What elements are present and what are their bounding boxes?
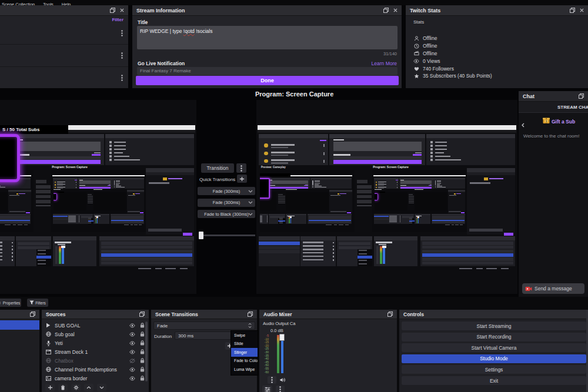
close-icon[interactable] [393, 8, 397, 12]
mini-done-button [333, 160, 422, 164]
golive-input[interactable]: Final Fantasy 7 Remake [137, 67, 397, 75]
quick-transition-button[interactable]: Fade (300ms) [198, 199, 255, 207]
bottom-dock-area: Properties Filters Sources SUB GOALSub g… [0, 297, 588, 392]
source-row[interactable]: Channel Point Redemptions [45, 365, 145, 374]
transition-select[interactable]: Fade [153, 321, 255, 330]
move-source-up-button[interactable] [84, 384, 93, 391]
lock-icon[interactable] [139, 358, 145, 363]
eye-icon[interactable] [129, 367, 136, 372]
transition-menu-item[interactable]: Fade to Color [231, 357, 258, 366]
add-source-button[interactable] [45, 384, 55, 391]
mini-activity-subtext [378, 185, 384, 186]
volume-slider-handle[interactable] [279, 334, 285, 341]
recursive-screen-capture: Preview: GameplayProgram: Screen Capture [258, 125, 516, 276]
eye-icon[interactable] [129, 376, 136, 381]
mini-stat-text [116, 185, 119, 185]
done-button[interactable]: Done [136, 76, 399, 85]
remove-source-button[interactable] [58, 384, 68, 391]
transition-menu-button[interactable] [236, 163, 246, 173]
mini-source-eye [400, 217, 400, 217]
source-row[interactable]: camera border [45, 374, 145, 383]
chat-back-button[interactable] [522, 119, 524, 130]
program-pane[interactable]: Preview: GameplayProgram: Screen Capture [256, 100, 517, 294]
filter-link[interactable]: Filter [112, 17, 123, 22]
eye-icon[interactable] [129, 350, 136, 354]
tab-properties[interactable]: Properties [0, 299, 21, 307]
learn-more-link[interactable]: Learn More [372, 61, 397, 66]
tbar-track[interactable] [199, 234, 255, 236]
tab-filters[interactable]: Filters [27, 299, 48, 307]
eye-slash-icon[interactable] [129, 359, 136, 363]
start-virtual-camera-button[interactable]: Start Virtual Camera [402, 343, 586, 352]
popout-icon[interactable] [570, 8, 575, 13]
close-icon[interactable] [580, 8, 584, 12]
mini-stat-text [116, 187, 125, 187]
mini-kebab [323, 160, 325, 163]
source-row[interactable]: Yeti [45, 339, 145, 347]
studio-mode-button[interactable]: Studio Mode [402, 354, 586, 363]
start-streaming-button[interactable]: Start Streaming [402, 321, 586, 330]
mini-stat-text [435, 152, 444, 153]
mini-field-label [333, 154, 350, 155]
exit-button[interactable]: Exit [402, 376, 586, 385]
popout-icon[interactable] [579, 93, 584, 99]
add-quick-transition-button[interactable] [237, 175, 247, 183]
popout-icon[interactable] [30, 311, 35, 317]
transition-menu-item[interactable]: Slide [231, 340, 258, 349]
transition-menu-item[interactable]: Swipe [231, 331, 258, 340]
video-camera-icon [525, 286, 532, 292]
lock-icon[interactable] [139, 340, 145, 346]
advanced-audio-button[interactable] [262, 386, 272, 392]
popout-icon[interactable] [248, 311, 253, 317]
mini-camera-border-overlay [260, 178, 270, 199]
stream-title-textarea[interactable]: RIP WEDGE | type !qotd !socials [137, 26, 397, 49]
lock-icon[interactable] [139, 376, 145, 381]
activity-feed-row[interactable] [0, 45, 128, 67]
source-row[interactable]: Stream Deck 1 [45, 347, 145, 356]
lock-icon[interactable] [139, 349, 145, 354]
scene-item-selected[interactable] [0, 320, 39, 330]
mini-statusbar-item [131, 225, 133, 225]
mini-transition-button [409, 199, 414, 200]
stat-item: 0 Views [413, 57, 584, 65]
sources-scrollbar[interactable] [145, 321, 148, 381]
lock-icon[interactable] [139, 367, 145, 372]
lock-icon[interactable] [139, 331, 145, 337]
scene-transitions-titlebar: Scene Transitions [151, 310, 257, 319]
eye-icon[interactable] [129, 341, 136, 346]
transition-button[interactable]: Transition [201, 163, 234, 173]
mixer-menu-button[interactable] [276, 386, 285, 392]
eye-icon[interactable] [129, 323, 136, 328]
source-row[interactable]: Sub goal [45, 330, 145, 339]
close-icon[interactable] [120, 8, 124, 12]
popout-icon[interactable] [139, 311, 145, 317]
quick-transition-button[interactable]: Fade to Black (300ms) [198, 210, 255, 218]
gift-a-sub-link[interactable]: Gift a Sub [552, 119, 588, 125]
source-row[interactable]: Chatbox [45, 356, 145, 365]
mixer-kebab-button[interactable] [268, 376, 276, 384]
clock-icon [413, 43, 419, 49]
start-recording-button[interactable]: Start Recording [402, 333, 586, 341]
popout-icon[interactable] [383, 8, 389, 13]
transition-menu-item[interactable]: Luma Wipe [231, 365, 258, 374]
eye-icon[interactable] [129, 332, 136, 337]
speaker-icon[interactable] [280, 377, 286, 383]
chat-message-input[interactable]: Send a message [522, 283, 584, 294]
popout-icon[interactable] [110, 8, 115, 13]
tbar-handle[interactable] [199, 232, 203, 239]
mini-chat-header [146, 172, 194, 176]
transition-menu-item[interactable]: Stinger [231, 348, 258, 357]
mini-statusbar-item [345, 225, 349, 225]
move-source-down-button[interactable] [97, 384, 106, 391]
mini-tbar [88, 203, 93, 203]
source-properties-button[interactable] [71, 384, 81, 391]
lock-icon[interactable] [139, 323, 145, 328]
activity-feed-row[interactable] [0, 67, 128, 88]
source-row[interactable]: SUB GOAL [45, 321, 145, 330]
quick-transition-button[interactable]: Fade (300ms) [198, 187, 255, 195]
activity-feed-row[interactable] [0, 22, 128, 45]
mini-chat-message [449, 195, 457, 196]
settings-button[interactable]: Settings [402, 365, 586, 374]
popout-icon[interactable] [387, 311, 393, 317]
preview-pane[interactable]: Preview: GameplayProgram: Screen Capture… [0, 100, 196, 294]
